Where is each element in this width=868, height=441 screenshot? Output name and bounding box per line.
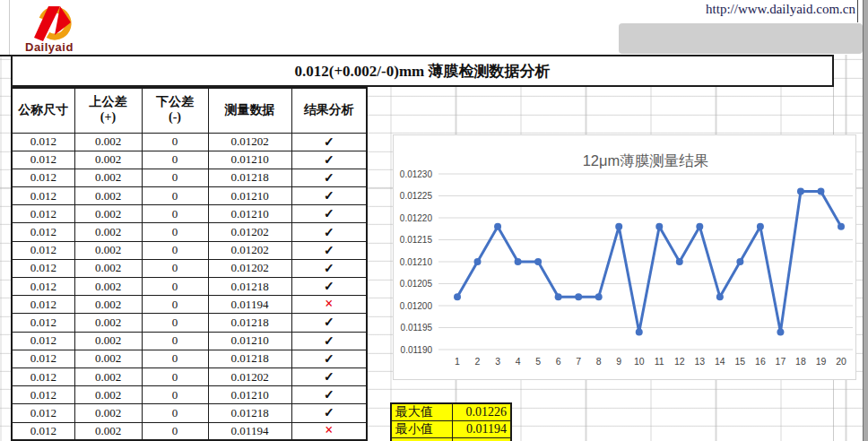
nominal-size-cell[interactable]: 0.012: [12, 241, 74, 259]
nominal-size-cell[interactable]: 0.012: [12, 350, 74, 368]
measured-value-cell[interactable]: 0.01218: [208, 314, 291, 332]
data-point-marker[interactable]: [515, 258, 522, 265]
result-cell[interactable]: ✓: [291, 404, 367, 422]
summary-label-cell[interactable]: 最小值: [391, 421, 452, 438]
nominal-size-cell[interactable]: 0.012: [12, 296, 74, 314]
upper-tolerance-cell[interactable]: 0.002: [74, 386, 142, 404]
data-point-marker[interactable]: [555, 293, 562, 300]
measured-value-cell[interactable]: 0.01210: [208, 332, 291, 350]
nominal-size-cell[interactable]: 0.012: [12, 332, 74, 350]
data-point-marker[interactable]: [534, 258, 542, 265]
measured-value-cell[interactable]: 0.01218: [208, 169, 291, 186]
data-point-marker[interactable]: [655, 223, 663, 230]
lower-tolerance-cell[interactable]: 0: [142, 205, 208, 223]
upper-tolerance-cell[interactable]: 0.002: [74, 187, 142, 205]
upper-tolerance-cell[interactable]: 0.002: [74, 205, 142, 223]
data-point-marker[interactable]: [454, 293, 461, 300]
data-point-marker[interactable]: [797, 188, 804, 195]
nominal-size-cell[interactable]: 0.012: [12, 314, 74, 332]
upper-tolerance-cell[interactable]: 0.002: [74, 404, 142, 422]
lower-tolerance-cell[interactable]: 0: [142, 296, 208, 314]
measured-value-cell[interactable]: 0.01202: [208, 241, 291, 259]
data-point-marker[interactable]: [636, 328, 643, 335]
measured-value-cell[interactable]: 0.01202: [208, 368, 291, 385]
measured-value-cell[interactable]: 0.01194: [208, 422, 291, 440]
lower-tolerance-cell[interactable]: 0: [142, 350, 208, 368]
lower-tolerance-cell[interactable]: 0: [142, 133, 208, 151]
measured-value-cell[interactable]: 0.01218: [208, 278, 291, 296]
header-lower-tolerance[interactable]: 下公差 (-): [142, 88, 208, 133]
data-point-marker[interactable]: [676, 258, 683, 265]
measured-value-cell[interactable]: 0.01210: [208, 386, 291, 404]
nominal-size-cell[interactable]: 0.012: [12, 151, 74, 169]
nominal-size-cell[interactable]: 0.012: [12, 422, 74, 440]
data-point-marker[interactable]: [696, 223, 703, 230]
measured-value-cell[interactable]: 0.01210: [208, 187, 291, 205]
data-point-marker[interactable]: [494, 223, 501, 230]
summary-value-cell[interactable]: 0.01226: [452, 403, 511, 421]
nominal-size-cell[interactable]: 0.012: [12, 386, 74, 404]
result-cell[interactable]: ×: [291, 296, 367, 314]
result-cell[interactable]: ✓: [291, 223, 367, 241]
result-cell[interactable]: ✓: [291, 386, 367, 404]
nominal-size-cell[interactable]: 0.012: [12, 368, 74, 385]
measured-value-cell[interactable]: 0.01194: [208, 296, 291, 314]
data-point-marker[interactable]: [575, 293, 582, 300]
result-cell[interactable]: ✓: [291, 259, 367, 277]
nominal-size-cell[interactable]: 0.012: [12, 205, 74, 223]
upper-tolerance-cell[interactable]: 0.002: [74, 278, 142, 296]
result-cell[interactable]: ✓: [291, 151, 367, 169]
data-point-marker[interactable]: [757, 223, 764, 230]
result-cell[interactable]: ✓: [291, 350, 367, 368]
upper-tolerance-cell[interactable]: 0.002: [74, 259, 142, 277]
lower-tolerance-cell[interactable]: 0: [142, 169, 208, 186]
data-point-marker[interactable]: [595, 293, 603, 300]
lower-tolerance-cell[interactable]: 0: [142, 404, 208, 422]
nominal-size-cell[interactable]: 0.012: [12, 404, 74, 422]
result-cell[interactable]: ✓: [291, 169, 367, 186]
nominal-size-cell[interactable]: 0.012: [12, 133, 74, 151]
lower-tolerance-cell[interactable]: 0: [142, 223, 208, 241]
data-point-marker[interactable]: [736, 258, 743, 265]
upper-tolerance-cell[interactable]: 0.002: [74, 422, 142, 440]
result-cell[interactable]: ✓: [291, 187, 367, 205]
summary-value-cell[interactable]: 0.01194: [452, 421, 511, 438]
upper-tolerance-cell[interactable]: 0.002: [74, 350, 142, 368]
upper-tolerance-cell[interactable]: 0.002: [74, 223, 142, 241]
lower-tolerance-cell[interactable]: 0: [142, 278, 208, 296]
measured-value-cell[interactable]: 0.01202: [208, 259, 291, 277]
measured-value-cell[interactable]: 0.01202: [208, 133, 291, 151]
lower-tolerance-cell[interactable]: 0: [142, 187, 208, 205]
measured-value-cell[interactable]: 0.01218: [208, 404, 291, 422]
website-url[interactable]: http://www.dailyaid.com.cn: [706, 2, 855, 17]
upper-tolerance-cell[interactable]: 0.002: [74, 332, 142, 350]
measured-value-cell[interactable]: 0.01202: [208, 223, 291, 241]
result-cell[interactable]: ×: [291, 422, 367, 440]
upper-tolerance-cell[interactable]: 0.002: [74, 296, 142, 314]
lower-tolerance-cell[interactable]: 0: [142, 422, 208, 440]
header-nominal-size[interactable]: 公称尺寸: [12, 88, 74, 133]
data-point-marker[interactable]: [615, 223, 622, 230]
lower-tolerance-cell[interactable]: 0: [142, 314, 208, 332]
upper-tolerance-cell[interactable]: 0.002: [74, 151, 142, 169]
upper-tolerance-cell[interactable]: 0.002: [74, 241, 142, 259]
line-chart[interactable]: 0.011900.011950.012000.012050.012100.012…: [393, 134, 856, 380]
lower-tolerance-cell[interactable]: 0: [142, 151, 208, 169]
result-cell[interactable]: ✓: [291, 332, 367, 350]
data-point-marker[interactable]: [838, 223, 845, 230]
header-measured-data[interactable]: 测量数据: [208, 88, 291, 133]
nominal-size-cell[interactable]: 0.012: [12, 259, 74, 277]
header-upper-tolerance[interactable]: 上公差 (+): [74, 88, 142, 133]
result-cell[interactable]: ✓: [291, 133, 367, 151]
result-cell[interactable]: ✓: [291, 278, 367, 296]
result-cell[interactable]: ✓: [291, 314, 367, 332]
upper-tolerance-cell[interactable]: 0.002: [74, 368, 142, 385]
upper-tolerance-cell[interactable]: 0.002: [74, 169, 142, 186]
lower-tolerance-cell[interactable]: 0: [142, 241, 208, 259]
lower-tolerance-cell[interactable]: 0: [142, 386, 208, 404]
measured-value-cell[interactable]: 0.01218: [208, 350, 291, 368]
upper-tolerance-cell[interactable]: 0.002: [74, 314, 142, 332]
result-cell[interactable]: ✓: [291, 241, 367, 259]
data-point-marker[interactable]: [474, 258, 482, 265]
lower-tolerance-cell[interactable]: 0: [142, 259, 208, 277]
